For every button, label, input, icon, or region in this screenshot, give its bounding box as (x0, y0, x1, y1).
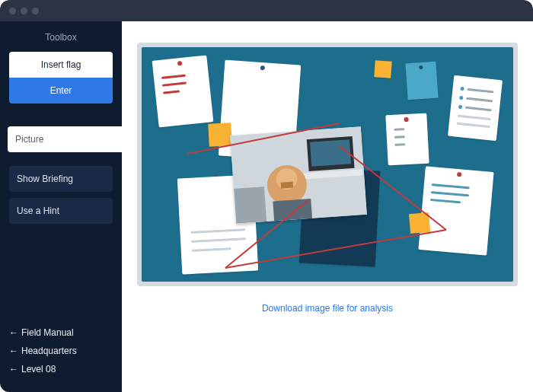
handwriting-line (430, 199, 461, 203)
svg-rect-7 (281, 182, 294, 189)
handwriting-line (161, 74, 186, 78)
text-line (191, 237, 246, 243)
nav-level[interactable]: ← Level 08 (9, 360, 113, 378)
arrow-left-icon: ← (9, 364, 18, 374)
nav-label: Headquarters (21, 346, 77, 356)
window-dot (32, 8, 39, 14)
text-line (394, 143, 405, 146)
insert-flag-button[interactable]: Insert flag (9, 52, 113, 78)
use-hint-button[interactable]: Use a Hint (9, 198, 113, 224)
pin-icon (457, 172, 462, 177)
app-window: Toolbox Insert flag Enter Picture Show B… (0, 0, 533, 392)
sidebar: Toolbox Insert flag Enter Picture Show B… (0, 21, 122, 392)
evidence-board (137, 43, 518, 286)
text-line (394, 128, 404, 131)
sticky-note (374, 60, 391, 78)
svg-rect-2 (310, 139, 351, 167)
svg-rect-8 (234, 186, 266, 224)
main-layout: Toolbox Insert flag Enter Picture Show B… (0, 21, 533, 392)
show-briefing-button[interactable]: Show Briefing (9, 166, 113, 192)
pin-icon (260, 65, 265, 70)
photo-illustration (230, 126, 367, 224)
nav-headquarters[interactable]: ← Headquarters (9, 342, 113, 360)
paper-note (385, 113, 429, 166)
pin-icon (404, 117, 408, 122)
text-line (192, 247, 231, 252)
text-line (394, 135, 405, 139)
list-card (448, 75, 503, 141)
pin-icon (177, 61, 183, 66)
evidence-photo (230, 126, 367, 224)
sticky-note (409, 212, 430, 234)
download-link[interactable]: Download image file for analysis (262, 303, 393, 314)
nav-field-manual[interactable]: ← Field Manual (9, 323, 113, 342)
handwriting-line (432, 183, 470, 189)
sticky-note (208, 123, 232, 147)
arrow-left-icon: ← (9, 346, 18, 356)
paper-note (152, 55, 214, 127)
board-surface (142, 47, 513, 282)
text-line (190, 228, 245, 234)
handwriting-line (163, 90, 180, 94)
paper-note (418, 166, 493, 255)
blue-card (405, 62, 438, 100)
arrow-left-icon: ← (9, 327, 18, 338)
handwriting-line (431, 191, 469, 196)
window-dot (9, 8, 16, 14)
nav-label: Field Manual (21, 327, 74, 338)
content-area: Download image file for analysis (122, 21, 533, 392)
sidebar-title: Toolbox (9, 32, 113, 43)
nav-label: Level 08 (21, 364, 56, 374)
handwriting-line (162, 81, 187, 86)
window-titlebar (0, 0, 533, 21)
picture-tab[interactable]: Picture (8, 126, 122, 152)
enter-button[interactable]: Enter (9, 78, 113, 104)
pin-icon (419, 65, 423, 69)
window-dot (21, 8, 27, 14)
